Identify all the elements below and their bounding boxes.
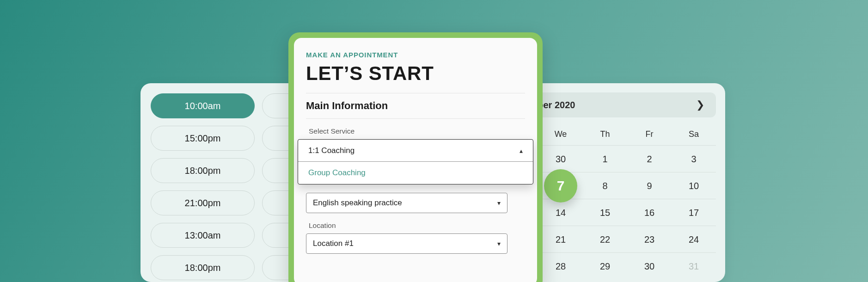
time-slot[interactable]: 13:00am xyxy=(151,223,255,248)
calendar-dayname: Th xyxy=(600,129,610,139)
calendar-day[interactable]: 10 xyxy=(680,172,708,199)
service-selected-value: 1:1 Coaching xyxy=(308,146,355,155)
calendar-day[interactable]: 24 xyxy=(680,226,708,253)
form-eyebrow: MAKE AN APPOINTMENT xyxy=(306,51,525,59)
location-label: Location xyxy=(309,221,525,230)
calendar-day[interactable]: 22 xyxy=(591,226,619,253)
subservice-select[interactable]: English speaking practice ▾ xyxy=(306,193,507,213)
calendar-day[interactable]: 1 xyxy=(591,146,619,172)
time-slot[interactable]: 21:00pm xyxy=(151,190,255,215)
chevron-up-icon: ▴ xyxy=(520,147,523,154)
calendar-day[interactable]: 9 xyxy=(636,172,663,199)
calendar-selected-day[interactable]: 7 xyxy=(544,169,577,202)
calendar-dayname: Fr xyxy=(646,129,654,139)
calendar-day[interactable]: 2 xyxy=(636,146,663,172)
calendar-day[interactable]: 21 xyxy=(547,226,575,253)
calendar-day[interactable]: 29 xyxy=(591,253,619,280)
form-section-title: Main Information xyxy=(306,93,525,119)
appointment-form-panel: MAKE AN APPOINTMENT LET’S START Main Inf… xyxy=(288,32,543,282)
calendar-day[interactable]: 14 xyxy=(547,199,575,226)
chevron-right-icon[interactable]: ❯ xyxy=(695,99,706,111)
chevron-down-icon: ▾ xyxy=(497,199,501,207)
service-option-group-coaching[interactable]: Group Coaching xyxy=(298,162,533,184)
time-slot[interactable]: 18:00pm xyxy=(151,255,255,280)
calendar-day[interactable]: 30 xyxy=(636,253,663,280)
time-slot[interactable]: 10:00am xyxy=(151,93,255,118)
calendar-day[interactable]: 15 xyxy=(591,199,619,226)
service-select[interactable]: 1:1 Coaching ▴ Group Coaching xyxy=(298,139,533,184)
calendar-day[interactable]: 17 xyxy=(680,199,708,226)
service-label: Select Service xyxy=(309,127,525,135)
location-select[interactable]: Location #1 ▾ xyxy=(306,233,507,254)
chevron-down-icon: ▾ xyxy=(497,240,501,247)
calendar-day[interactable]: 23 xyxy=(636,226,663,253)
subservice-selected-value: English speaking practice xyxy=(313,198,402,208)
calendar-day[interactable]: 16 xyxy=(636,199,663,226)
calendar-dayname: Sa xyxy=(689,129,699,139)
calendar-day[interactable]: 31 xyxy=(680,253,708,280)
calendar-dayname: We xyxy=(555,129,567,139)
time-slot[interactable]: 18:00pm xyxy=(151,158,255,183)
location-selected-value: Location #1 xyxy=(313,239,354,248)
calendar-day[interactable]: 8 xyxy=(591,172,619,199)
calendar-day[interactable]: 3 xyxy=(680,146,708,172)
calendar-day[interactable]: 30 xyxy=(547,146,575,172)
form-headline: LET’S START xyxy=(306,62,525,85)
calendar-day[interactable]: 7 xyxy=(547,172,575,199)
time-slot[interactable]: 15:00pm xyxy=(151,126,255,151)
calendar-day[interactable]: 28 xyxy=(547,253,575,280)
